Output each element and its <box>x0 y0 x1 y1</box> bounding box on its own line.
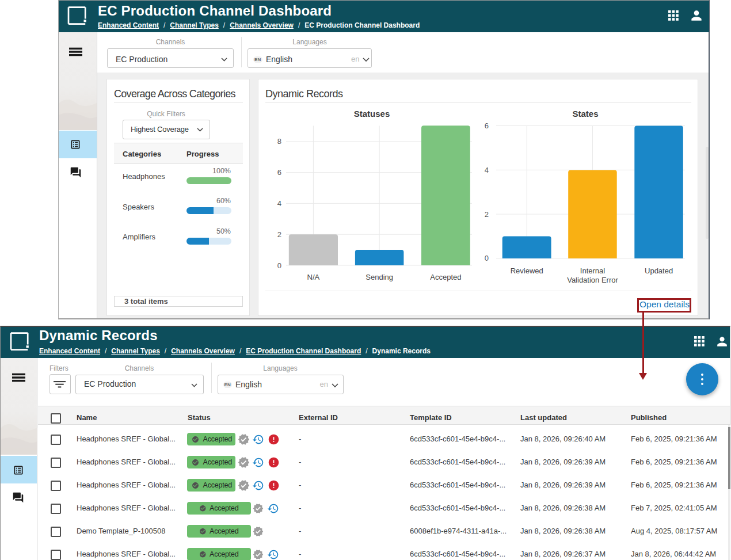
svg-text:4: 4 <box>485 166 489 174</box>
svg-text:6: 6 <box>277 168 281 177</box>
svg-text:N/A: N/A <box>307 273 320 281</box>
svg-text:Accepted: Accepted <box>430 273 461 281</box>
svg-text:2: 2 <box>485 210 489 219</box>
svg-text:6: 6 <box>485 121 489 130</box>
svg-text:Reviewed: Reviewed <box>511 266 543 275</box>
svg-text:Validation Error: Validation Error <box>567 276 618 284</box>
svg-text:Updated: Updated <box>645 266 673 275</box>
svg-text:0: 0 <box>485 254 489 262</box>
svg-text:Internal: Internal <box>580 266 605 275</box>
svg-text:0: 0 <box>277 261 281 270</box>
svg-text:2: 2 <box>277 230 281 239</box>
svg-text:States: States <box>572 109 598 119</box>
svg-text:4: 4 <box>277 199 281 208</box>
svg-text:Sending: Sending <box>366 273 393 281</box>
svg-text:8: 8 <box>277 137 281 146</box>
svg-text:Statuses: Statuses <box>354 109 390 119</box>
